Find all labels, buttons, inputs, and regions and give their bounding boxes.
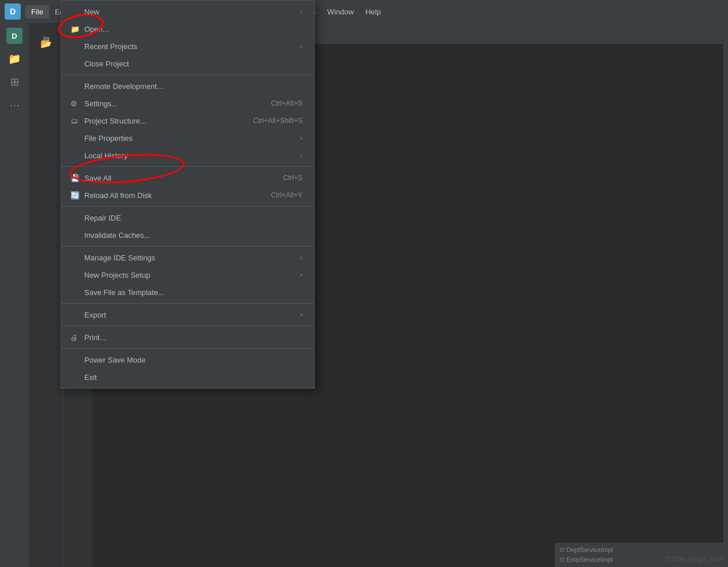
scroll-track[interactable] [723,44,728,567]
separator-2 [61,166,314,167]
menu-item-reload-all-label: Reload All from Disk [84,191,152,200]
menu-file[interactable]: File [25,5,49,18]
separator-4 [61,246,314,247]
menu-item-print[interactable]: 🖨 Print... [61,329,314,346]
menu-item-power-save-mode[interactable]: Power Save Mode [61,351,314,368]
menu-window[interactable]: Window [322,5,360,18]
menu-item-project-structure[interactable]: 🗂 Project Structure... Ctrl+Alt+Shift+S [61,112,314,129]
chevron-right-icon-export: › [300,311,303,319]
folder-icon: 📁 [70,25,80,33]
menu-item-new[interactable]: New › [61,3,314,20]
separator-6 [61,326,314,326]
app-logo[interactable]: D [5,3,21,20]
chevron-right-icon-lh: › [300,151,303,159]
menu-item-file-properties[interactable]: File Properties › [61,129,314,147]
chevron-right-icon-recent: › [300,42,303,50]
menu-item-invalidate-caches[interactable]: Invalidate Caches... [61,226,314,244]
panel-folder-icon[interactable]: 📂 [40,38,52,49]
menu-item-save-all[interactable]: 💾 Save All Ctrl+S [61,169,314,186]
menu-item-settings-label: Settings... [84,99,118,108]
menu-item-repair-ide[interactable]: Repair IDE [61,209,314,226]
save-all-shortcut: Ctrl+S [283,174,303,182]
sidebar: D 📁 ⊞ ⋯ [0,23,29,567]
menu-item-print-label: Print... [84,333,106,342]
menu-item-repair-ide-label: Repair IDE [84,214,121,222]
file-dropdown-menu: New › 📁 Open... Recent Projects › Close … [61,0,315,389]
menu-item-save-file-as-template[interactable]: Save File as Template... [61,284,314,301]
chevron-right-icon: › [300,8,303,16]
menu-item-close-project[interactable]: Close Project [61,55,314,72]
menu-item-power-save-label: Power Save Mode [84,356,145,364]
menu-item-project-structure-label: Project Structure... [84,117,147,125]
menu-item-remote-label: Remote Development... [84,82,163,91]
user-avatar[interactable]: D [6,28,23,44]
separator-7 [61,348,314,349]
chevron-right-icon-mis: › [300,253,303,262]
menu-item-local-history[interactable]: Local History › [61,147,314,164]
save-icon: 💾 [70,174,80,182]
reload-icon: 🔄 [70,191,80,200]
csdn-watermark: CSDN @leigh_chen [666,555,723,562]
menu-item-export-label: Export [84,311,106,319]
menu-item-exit[interactable]: Exit [61,368,314,386]
chevron-right-icon-nps: › [300,271,303,279]
separator-1 [61,74,314,75]
menu-item-new-projects-label: New Projects Setup [84,271,150,279]
left-panel: 如何运 📂 [29,23,64,567]
sidebar-icon-layout[interactable]: ⊞ [4,72,25,92]
menu-item-file-properties-label: File Properties [84,134,133,143]
sidebar-icon-dots[interactable]: ⋯ [4,95,25,115]
chevron-right-icon-fp: › [300,134,303,142]
menu-item-reload-all[interactable]: 🔄 Reload All from Disk Ctrl+Alt+Y [61,186,314,204]
separator-5 [61,303,314,304]
menu-item-recent-projects[interactable]: Recent Projects › [61,38,314,55]
menu-item-open-label: Open... [84,25,109,33]
menu-item-open[interactable]: 📁 Open... [61,20,314,38]
separator-3 [61,206,314,207]
menu-item-settings[interactable]: ⚙ Settings... Ctrl+Alt+S [61,95,314,112]
menu-item-local-history-label: Local History [84,151,128,160]
menu-item-new-projects-setup[interactable]: New Projects Setup › [61,266,314,284]
menu-item-save-all-label: Save All [84,174,111,182]
menu-help[interactable]: Help [360,5,387,18]
menu-item-close-label: Close Project [84,59,129,68]
menu-item-manage-ide-settings[interactable]: Manage IDE Settings › [61,249,314,266]
menu-item-save-template-label: Save File as Template... [84,288,165,297]
reload-shortcut: Ctrl+Alt+Y [271,191,303,199]
menu-item-remote-development[interactable]: Remote Development... [61,77,314,95]
bottom-file-deptserviceimpl[interactable]: ⊙ DeptServiceImpl [559,545,723,555]
bottom-files: ⊙ DeptServiceImpl ⊙ EmpServiceImpl [555,543,728,567]
menu-item-exit-label: Exit [84,373,97,382]
chinese-sidebar-text: 如何运 [41,30,51,33]
menu-item-recent-label: Recent Projects [84,42,137,51]
gear-icon: ⚙ [70,99,77,108]
settings-shortcut: Ctrl+Alt+S [271,99,303,107]
project-structure-shortcut: Ctrl+Alt+Shift+S [253,117,303,125]
menu-item-invalidate-caches-label: Invalidate Caches... [84,231,150,240]
menu-item-new-label: New [84,8,99,16]
menu-item-export[interactable]: Export › [61,306,314,323]
print-icon: 🖨 [70,333,78,342]
menu-item-manage-ide-label: Manage IDE Settings [84,253,155,262]
project-structure-icon: 🗂 [70,117,78,125]
sidebar-icon-folder[interactable]: 📁 [4,49,25,69]
